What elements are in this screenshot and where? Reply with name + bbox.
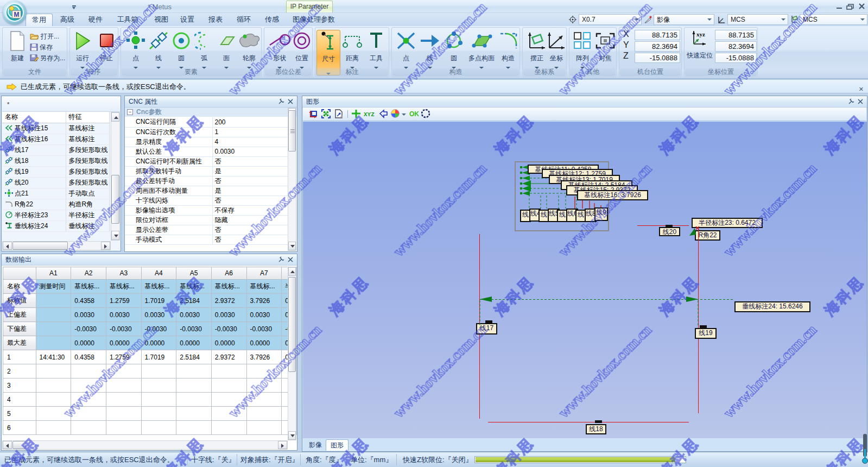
svg-text:xyz: xyz: [696, 31, 705, 37]
svg-text:XYZ: XYZ: [364, 111, 375, 118]
svg-text:OK: OK: [409, 110, 419, 118]
